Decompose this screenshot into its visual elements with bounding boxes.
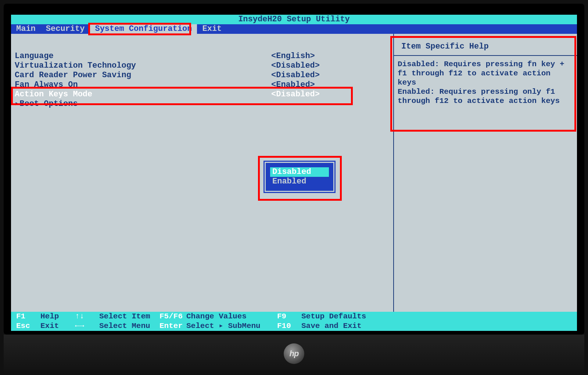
setting-fan-always-on[interactable]: Fan Always On <Enabled> — [14, 80, 390, 90]
footer-key-select-submenu: EnterSelect ▸ SubMenu — [154, 321, 272, 331]
help-panel: Item Specific Help Disabled: Requires pr… — [393, 34, 577, 312]
setting-label: ▸Boot Options — [14, 99, 271, 109]
footer-row-2: EscExit ←→Select Menu EnterSelect ▸ SubM… — [11, 321, 577, 331]
footer-key-select-item: ↑↓Select Item — [70, 312, 154, 321]
setting-label: Fan Always On — [14, 80, 271, 90]
setting-value: <Disabled> — [271, 71, 390, 80]
laptop-bezel: InsydeH20 Setup Utility Main Security Sy… — [4, 4, 584, 335]
setting-label: Language — [14, 51, 271, 61]
popup-option-enabled[interactable]: Enabled — [270, 177, 329, 186]
setting-card-reader[interactable]: Card Reader Power Saving <Disabled> — [14, 71, 390, 80]
help-divider — [394, 55, 577, 56]
title-text: InsydeH20 Setup Utility — [238, 15, 350, 24]
footer-key-help: F1Help — [11, 312, 70, 321]
laptop-bottom-strip: hp — [4, 335, 584, 375]
setting-label: Virtualization Technology — [14, 61, 271, 71]
setting-value: <Disabled> — [271, 61, 390, 71]
setting-value: <Enabled> — [271, 80, 390, 90]
setting-label: Card Reader Power Saving — [14, 71, 271, 80]
footer-key-select-menu: ←→Select Menu — [70, 321, 154, 331]
footer-row-1: F1Help ↑↓Select Item F5/F6Change Values … — [11, 312, 577, 321]
footer-key-exit: EscExit — [11, 321, 70, 331]
title-bar: InsydeH20 Setup Utility — [11, 15, 577, 24]
setting-language[interactable]: Language <English> — [14, 51, 390, 61]
tab-security[interactable]: Security — [41, 24, 90, 34]
settings-list: Language <English> Virtualization Techno… — [14, 51, 390, 109]
setting-value: <English> — [271, 51, 390, 61]
setting-label: Action Keys Mode — [14, 90, 271, 99]
hp-logo: hp — [284, 343, 304, 364]
setting-action-keys-mode[interactable]: Action Keys Mode <Disabled> — [14, 90, 390, 99]
tab-main[interactable]: Main — [11, 24, 41, 34]
bios-screen: InsydeH20 Setup Utility Main Security Sy… — [11, 15, 577, 331]
setting-virtualization[interactable]: Virtualization Technology <Disabled> — [14, 61, 390, 71]
popup-option-disabled[interactable]: Disabled — [270, 167, 329, 177]
value-select-popup: Disabled Enabled — [265, 162, 334, 192]
help-body: Disabled: Requires pressing fn key + f1 … — [398, 60, 573, 106]
tab-system-configuration[interactable]: System Configuration — [90, 24, 197, 34]
footer-key-save-exit: F10Save and Exit — [272, 321, 382, 331]
help-title: Item Specific Help — [401, 42, 573, 51]
footer-help-bar: F1Help ↑↓Select Item F5/F6Change Values … — [11, 312, 577, 331]
settings-panel: Language <English> Virtualization Techno… — [11, 34, 393, 312]
tab-exit[interactable]: Exit — [197, 24, 227, 34]
menu-bar: Main Security System Configuration Exit — [11, 24, 577, 34]
setting-boot-options[interactable]: ▸Boot Options — [14, 99, 390, 109]
footer-key-change-values: F5/F6Change Values — [154, 312, 272, 321]
setting-value: <Disabled> — [271, 90, 390, 99]
footer-key-setup-defaults: F9Setup Defaults — [272, 312, 382, 321]
setting-value — [271, 99, 390, 109]
